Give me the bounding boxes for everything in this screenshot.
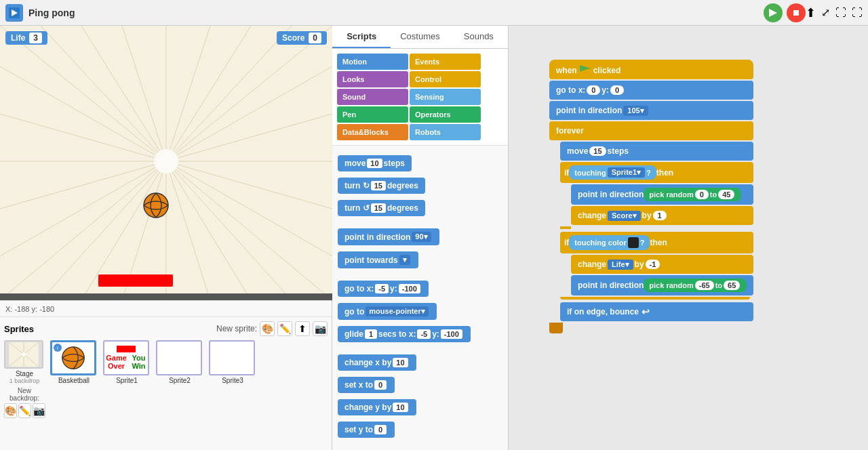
basketball-sprite — [142, 192, 170, 219]
block-set-x[interactable]: set x to 0 — [338, 375, 502, 395]
block-forever[interactable]: forever — [549, 121, 753, 140]
upload-sprite-button[interactable]: ✏️ — [277, 321, 292, 336]
paint-sprite-button[interactable]: 🎨 — [260, 321, 275, 336]
svg-point-35 — [144, 193, 168, 218]
cat-data[interactable]: Data&Blocks — [337, 124, 408, 140]
block-move-15[interactable]: move 15 steps — [560, 142, 753, 161]
upload-backdrop-button[interactable]: ✏️ — [18, 403, 31, 418]
score-label: Score — [282, 33, 304, 43]
block-change-x[interactable]: change x by 10 — [338, 352, 502, 373]
blocks-list: move 10 steps turn ↻ 15 degrees turn ↺ 1… — [332, 146, 508, 450]
paddle-sprite — [98, 274, 173, 287]
block-change-y[interactable]: change y by 10 — [338, 397, 502, 417]
cat-control[interactable]: Control — [410, 71, 481, 87]
sprite-sprite1-image: Game Over You Win — [103, 340, 149, 375]
block-forever-end — [549, 323, 563, 333]
project-title: Ping pong — [28, 7, 760, 18]
stage-area: Life 3 Score 0 X: -188 y: -180 Sprites N… — [0, 26, 332, 450]
block-glide[interactable]: glide 1 secs to x: -5 y: -100 — [338, 324, 502, 344]
sprite-basketball[interactable]: i Basketball — [50, 340, 98, 384]
new-backdrop-label: New backdrop: — [4, 387, 45, 402]
random-0-45: pick random 0 to 45 — [644, 188, 741, 201]
block-if-color[interactable]: if touching color ? then — [560, 232, 753, 253]
block-if-sprite1[interactable]: if touching Sprite1▾ ? then — [560, 162, 753, 183]
sprite-sprite3[interactable]: Sprite3 — [209, 340, 256, 384]
sprite-sprite2-image — [156, 340, 202, 375]
cat-operators[interactable]: Operators — [410, 106, 481, 123]
sprites-panel: Sprites New sprite: 🎨 ✏️ ⬆ 📷 — [0, 316, 332, 450]
svg-point-43 — [22, 352, 25, 356]
fullscreen-small-icon[interactable]: ⤢ — [821, 6, 830, 19]
block-point-random-65[interactable]: point in direction pick random -65 to 65 — [571, 275, 753, 295]
main-area: Life 3 Score 0 X: -188 y: -180 Sprites N… — [0, 26, 868, 450]
score-value: 0 — [309, 33, 321, 43]
stage-canvas: Life 3 Score 0 — [0, 26, 332, 300]
block-set-y[interactable]: set y to 0 — [338, 420, 502, 440]
new-sprite-label: New sprite: — [216, 324, 257, 333]
block-point-dir-105[interactable]: point in direction 105▾ — [549, 101, 753, 120]
score-badge: Score 0 — [277, 31, 327, 45]
paint-backdrop-button[interactable]: 🎨 — [4, 403, 17, 418]
coord-text: X: -188 y: -180 — [5, 305, 54, 313]
upload-icon[interactable]: ⬆ — [806, 5, 816, 20]
block-goto-xy[interactable]: go to x: -5 y: -100 — [338, 279, 502, 299]
new-sprite-controls: New sprite: 🎨 ✏️ ⬆ 📷 — [216, 321, 328, 336]
block-when-clicked[interactable]: when clicked — [549, 60, 753, 79]
cat-looks[interactable]: Looks — [337, 71, 408, 87]
camera-sprite-button[interactable]: 📷 — [313, 321, 328, 336]
stop-button[interactable] — [787, 3, 806, 22]
tab-sounds[interactable]: Sounds — [450, 26, 508, 48]
block-goto-mp[interactable]: go to mouse-pointer▾ — [338, 301, 502, 322]
random-neg65-65: pick random -65 to 65 — [644, 279, 747, 292]
cat-sensing[interactable]: Sensing — [410, 89, 481, 105]
cat-sound[interactable]: Sound — [337, 89, 408, 105]
presentation-icon[interactable]: ⛶ — [852, 7, 863, 19]
game-over-text: Game Over — [106, 354, 127, 370]
block-point-random-45[interactable]: point in direction pick random 0 to 45 — [571, 184, 753, 205]
if-end-2 — [560, 297, 750, 300]
block-point-towards[interactable]: point towards ▾ — [338, 249, 502, 270]
svg-rect-3 — [793, 10, 799, 16]
green-flag-button[interactable] — [764, 3, 783, 22]
sprite-sprite3-label: Sprite3 — [209, 377, 256, 384]
tabs-row: Scripts Costumes Sounds — [332, 26, 508, 49]
cat-robots[interactable]: Robots — [410, 124, 481, 140]
stage-coords: X: -188 y: -180 — [0, 300, 332, 316]
block-if-edge-script[interactable]: if on edge, bounce ↩ — [560, 302, 753, 321]
if-end-1 — [560, 226, 571, 229]
color-swatch[interactable] — [628, 237, 639, 248]
tab-scripts[interactable]: Scripts — [332, 26, 391, 48]
sprites-title: Sprites — [4, 324, 34, 334]
block-turn-cw[interactable]: turn ↻ 15 degrees — [338, 176, 502, 196]
sprite-sprite2[interactable]: Sprite2 — [156, 340, 203, 384]
surprise-sprite-button[interactable]: ⬆ — [295, 321, 310, 336]
svg-marker-2 — [769, 9, 777, 17]
blocks-panel: Scripts Costumes Sounds Motion Events Lo… — [332, 26, 509, 450]
sprite-sprite1[interactable]: Game Over You Win Sprite1 — [103, 340, 151, 384]
stage-thumb-image — [4, 340, 43, 369]
block-move[interactable]: move 10 steps — [338, 153, 502, 173]
block-goto-0-0[interactable]: go to x: 0 y: 0 — [549, 81, 753, 100]
cat-motion[interactable]: Motion — [337, 54, 408, 70]
sprite-basketball-image: i — [50, 340, 96, 375]
fullscreen-large-icon[interactable]: ⛶ — [835, 7, 846, 19]
top-bar: Ping pong ⬆ ⤢ ⛶ ⛶ — [0, 0, 868, 26]
cat-pen[interactable]: Pen — [337, 106, 408, 123]
stage-sub: 1 backdrop — [4, 377, 45, 384]
sprite-sprite3-image — [209, 340, 255, 375]
sprites-header: Sprites New sprite: 🎨 ✏️ ⬆ 📷 — [4, 321, 328, 336]
svg-rect-34 — [0, 293, 332, 300]
touching-color-condition: touching color ? — [569, 235, 650, 250]
main-script: when clicked go to x: 0 y: 0 point in di… — [549, 60, 753, 335]
block-change-life[interactable]: change Life▾ by -1 — [571, 255, 753, 274]
block-turn-ccw[interactable]: turn ↺ 15 degrees — [338, 198, 502, 218]
sprite-basketball-label: Basketball — [50, 377, 98, 384]
camera-backdrop-button[interactable]: 📷 — [33, 403, 45, 418]
tab-costumes[interactable]: Costumes — [391, 26, 449, 48]
stage-thumbnail[interactable]: Stage 1 backdrop New backdrop: 🎨 ✏️ 📷 — [4, 340, 45, 418]
block-point-dir[interactable]: point in direction 90▾ — [338, 226, 502, 247]
cat-events[interactable]: Events — [410, 54, 481, 70]
life-badge: Life 3 — [5, 31, 47, 45]
life-label: Life — [11, 33, 25, 43]
block-change-score[interactable]: change Score▾ by 1 — [571, 206, 753, 225]
